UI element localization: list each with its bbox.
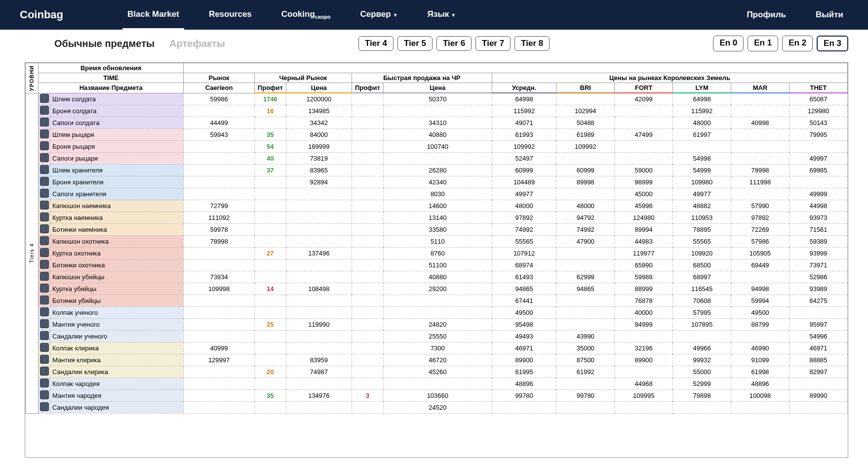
item-name-cell[interactable]: Броня хранителя bbox=[50, 176, 184, 188]
price-cell: 105905 bbox=[731, 247, 789, 259]
item-name-cell[interactable]: Шлем рыцаря bbox=[50, 128, 184, 140]
table-row: Шлем рыцаря59943358400040880619936198947… bbox=[26, 128, 848, 140]
price-cell bbox=[556, 318, 615, 330]
item-name-cell[interactable]: Сандалии чародея bbox=[50, 401, 184, 413]
item-name-cell[interactable]: Куртка убийцы bbox=[50, 283, 184, 295]
item-name-cell[interactable]: Капюшон охотника bbox=[50, 235, 184, 247]
price-cell bbox=[615, 330, 673, 342]
item-name-cell[interactable]: Сандалии ученого bbox=[50, 330, 184, 342]
price-cell bbox=[254, 271, 286, 283]
item-name-cell[interactable]: Сандалии клирика bbox=[50, 366, 184, 378]
item-name-cell[interactable]: Броня солдата bbox=[50, 105, 184, 117]
price-cell bbox=[352, 283, 383, 295]
tier-filter-7[interactable]: Tier 7 bbox=[475, 36, 511, 51]
item-name-cell[interactable]: Ботинки охотника bbox=[50, 259, 184, 271]
item-name-cell[interactable]: Капюшон наемника bbox=[50, 200, 184, 212]
price-cell: 49966 bbox=[673, 342, 731, 354]
price-cell: 1746 bbox=[254, 93, 286, 105]
table-row: Колпак ученого49500400005799549500 bbox=[26, 306, 848, 318]
price-cell: 79898 bbox=[673, 389, 731, 401]
item-name-cell[interactable]: Капюшон убийцы bbox=[50, 271, 184, 283]
enchant-filter-3[interactable]: En 3 bbox=[817, 36, 848, 51]
tab-artifacts[interactable]: Артефакты bbox=[169, 38, 225, 49]
price-cell bbox=[254, 117, 286, 128]
item-name-cell[interactable]: Колпак чародея bbox=[50, 378, 184, 389]
item-name-cell[interactable]: Колпак клирика bbox=[50, 342, 184, 354]
tier-filter-5[interactable]: Tier 5 bbox=[397, 36, 433, 51]
item-name-cell[interactable]: Куртка наемника bbox=[50, 212, 184, 223]
brand-logo[interactable]: Coinbag bbox=[20, 8, 63, 21]
tier-filter-4[interactable]: Tier 4 bbox=[358, 36, 394, 51]
item-name-cell[interactable]: Куртка охотника bbox=[50, 247, 184, 259]
col-levels: УРОВНИ bbox=[29, 65, 35, 91]
nav-profile[interactable]: Профиль bbox=[742, 1, 791, 29]
price-cell: 49977 bbox=[673, 188, 731, 200]
price-cell: 43990 bbox=[556, 330, 615, 342]
item-name-cell[interactable]: Шлем солдата bbox=[50, 93, 184, 105]
price-cell: 111998 bbox=[731, 176, 789, 188]
price-cell: 45998 bbox=[615, 200, 673, 212]
item-name-cell[interactable]: Колпак ученого bbox=[50, 306, 184, 318]
nav-cooking[interactable]: Cookingскоро bbox=[276, 0, 336, 30]
item-name-cell[interactable]: Мантия чародея bbox=[50, 389, 184, 401]
price-cell: 94865 bbox=[492, 283, 556, 295]
price-cell: 8030 bbox=[383, 188, 492, 200]
nav-server[interactable]: Сервер▼ bbox=[355, 0, 402, 30]
tab-regular-items[interactable]: Обычные предметы bbox=[54, 38, 155, 49]
price-cell: 13140 bbox=[383, 212, 492, 223]
item-name-cell[interactable]: Сапоги рыцаря bbox=[50, 152, 184, 164]
price-cell: 94792 bbox=[556, 212, 615, 223]
table-row: Ботинки убийцы6744176878706085999464275 bbox=[26, 295, 848, 306]
item-icon bbox=[40, 331, 49, 340]
tier-filter-6[interactable]: Tier 6 bbox=[436, 36, 472, 51]
item-icon bbox=[40, 201, 49, 210]
col-mar: MAR bbox=[731, 83, 789, 93]
item-name-cell[interactable]: Ботинки убийцы bbox=[50, 295, 184, 306]
chevron-down-icon: ▼ bbox=[393, 12, 398, 18]
price-cell bbox=[556, 93, 615, 105]
price-cell bbox=[184, 295, 255, 306]
price-table-container[interactable]: УРОВНИ Время обновления TIME Рынок Черны… bbox=[25, 62, 848, 458]
enchant-filter-2[interactable]: En 2 bbox=[782, 36, 813, 51]
nav-black-market[interactable]: Black Market bbox=[122, 0, 184, 30]
item-name-cell[interactable]: Шлем хранителя bbox=[50, 164, 184, 176]
price-cell: 34342 bbox=[286, 117, 352, 128]
price-cell: 89994 bbox=[615, 223, 673, 235]
item-name-cell[interactable]: Ботинки наемника bbox=[50, 223, 184, 235]
item-icon bbox=[40, 236, 49, 245]
price-cell: 73819 bbox=[286, 152, 352, 164]
price-cell: 169999 bbox=[286, 140, 352, 152]
item-name-cell[interactable]: Сапоги хранителя bbox=[50, 188, 184, 200]
price-cell bbox=[352, 223, 383, 235]
price-cell bbox=[383, 105, 492, 117]
price-cell: 35 bbox=[254, 389, 286, 401]
col-avg: Усредн. bbox=[492, 83, 556, 93]
price-cell: 129997 bbox=[184, 354, 255, 366]
price-cell bbox=[556, 295, 615, 306]
price-cell: 45000 bbox=[615, 188, 673, 200]
nav-language[interactable]: Язык▼ bbox=[423, 0, 461, 30]
enchant-filter-1[interactable]: En 1 bbox=[748, 36, 778, 51]
item-name-cell[interactable]: Сапоги солдата bbox=[50, 117, 184, 128]
price-cell: 25550 bbox=[383, 330, 492, 342]
price-cell: 59000 bbox=[615, 164, 673, 176]
price-cell: 83959 bbox=[286, 354, 352, 366]
price-cell: 69449 bbox=[731, 259, 789, 271]
price-cell: 27 bbox=[254, 247, 286, 259]
price-cell bbox=[352, 354, 383, 366]
item-name-cell[interactable]: Мантия клирика bbox=[50, 354, 184, 366]
item-name-cell[interactable]: Броня рыцаря bbox=[50, 140, 184, 152]
enchant-filter-0[interactable]: En 0 bbox=[713, 36, 744, 51]
table-row: Tiers 4Шлем солдата599861746120000050370… bbox=[26, 93, 848, 105]
price-cell: 97892 bbox=[731, 212, 789, 223]
price-cell: 59994 bbox=[731, 295, 789, 306]
price-cell: 33580 bbox=[383, 223, 492, 235]
item-icon bbox=[40, 379, 49, 387]
nav-logout[interactable]: Выйти bbox=[811, 1, 848, 29]
price-cell: 119977 bbox=[615, 247, 673, 259]
nav-resources[interactable]: Resources bbox=[204, 0, 257, 30]
tier-filter-8[interactable]: Tier 8 bbox=[514, 36, 550, 51]
item-name-cell[interactable]: Мантия ученого bbox=[50, 318, 184, 330]
price-cell: 50488 bbox=[556, 117, 615, 128]
price-cell: 48896 bbox=[731, 378, 789, 389]
